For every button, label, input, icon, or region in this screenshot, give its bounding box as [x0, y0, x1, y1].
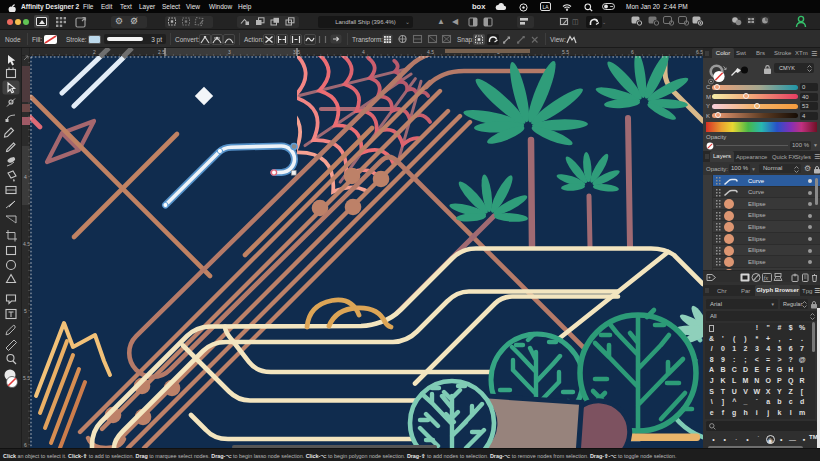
svg-text:5.5: 5.5 — [562, 49, 569, 55]
svg-text:6.5: 6.5 — [696, 49, 703, 55]
svg-text:5: 5 — [497, 49, 500, 55]
svg-text:5.5: 5.5 — [23, 375, 30, 381]
svg-text:4: 4 — [24, 174, 27, 180]
svg-text:3.5: 3.5 — [293, 49, 300, 55]
svg-text:4.5: 4.5 — [23, 241, 30, 247]
svg-text:fx: fx — [764, 274, 769, 281]
svg-text:2.5: 2.5 — [158, 49, 165, 55]
svg-text:6: 6 — [631, 49, 634, 55]
svg-text:4.5: 4.5 — [427, 49, 434, 55]
svg-text:2: 2 — [93, 49, 96, 55]
svg-text:4: 4 — [362, 49, 365, 55]
svg-text:3: 3 — [228, 49, 231, 55]
svg-text:3.5: 3.5 — [23, 107, 30, 113]
svg-text:5: 5 — [24, 308, 27, 314]
